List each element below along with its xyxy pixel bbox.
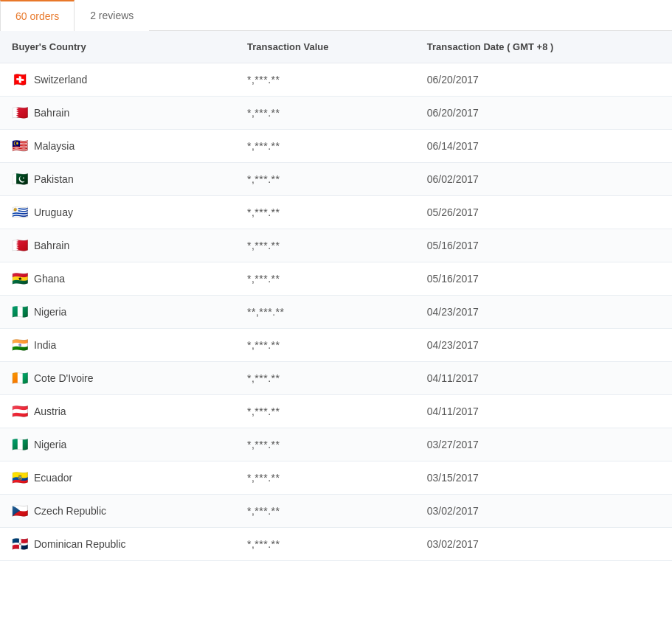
table-row: 🇮🇳 India *,***.**04/23/2017	[0, 329, 672, 362]
col-header-value: Transaction Value	[235, 31, 415, 63]
country-name: Switzerland	[34, 74, 87, 86]
country-cell: 🇵🇰 Pakistan	[0, 163, 235, 196]
transaction-value: *,***.**	[235, 362, 415, 395]
country-flag: 🇪🇨	[12, 471, 28, 484]
table-row: 🇵🇰 Pakistan *,***.**06/02/2017	[0, 163, 672, 196]
transaction-value: *,***.**	[235, 461, 415, 495]
transaction-date: 04/11/2017	[415, 395, 672, 428]
table-row: 🇧🇭 Bahrain *,***.**06/20/2017	[0, 97, 672, 130]
transaction-value: *,***.**	[235, 395, 415, 428]
table-row: 🇳🇬 Nigeria *,***.**03/27/2017	[0, 428, 672, 461]
transaction-date: 05/16/2017	[415, 262, 672, 296]
table-row: 🇺🇾 Uruguay *,***.**05/26/2017	[0, 196, 672, 229]
transaction-value: *,***.**	[235, 528, 415, 561]
transaction-value: *,***.**	[235, 97, 415, 130]
country-name: Austria	[34, 405, 66, 417]
country-flag: 🇦🇹	[12, 405, 28, 418]
col-header-date: Transaction Date ( GMT +8 )	[415, 31, 672, 63]
transaction-value: *,***.**	[235, 428, 415, 461]
table-row: 🇧🇭 Bahrain *,***.**05/16/2017	[0, 229, 672, 262]
table-row: 🇨🇮 Cote D'Ivoire *,***.**04/11/2017	[0, 362, 672, 395]
transaction-date: 03/27/2017	[415, 428, 672, 461]
transaction-date: 03/15/2017	[415, 461, 672, 495]
country-name: Pakistan	[34, 173, 74, 185]
country-cell: 🇺🇾 Uruguay	[0, 196, 235, 229]
country-cell: 🇮🇳 India	[0, 329, 235, 362]
transaction-date: 06/20/2017	[415, 63, 672, 97]
transaction-date: 03/02/2017	[415, 528, 672, 561]
transaction-value: *,***.**	[235, 262, 415, 296]
country-name: Ghana	[34, 273, 65, 285]
country-cell: 🇳🇬 Nigeria	[0, 296, 235, 329]
transaction-value: *,***.**	[235, 229, 415, 262]
transaction-value: *,***.**	[235, 495, 415, 528]
country-cell: 🇧🇭 Bahrain	[0, 229, 235, 262]
country-name: Dominican Republic	[34, 538, 126, 550]
country-name: Malaysia	[34, 140, 75, 152]
orders-table: Buyer's Country Transaction Value Transa…	[0, 31, 672, 561]
country-name: Bahrain	[34, 107, 69, 119]
transaction-date: 06/14/2017	[415, 130, 672, 163]
table-row: 🇬🇭 Ghana *,***.**05/16/2017	[0, 262, 672, 296]
table-container: Buyer's Country Transaction Value Transa…	[0, 31, 672, 561]
country-name: Bahrain	[34, 240, 69, 251]
country-cell: 🇨🇮 Cote D'Ivoire	[0, 362, 235, 395]
transaction-date: 05/16/2017	[415, 229, 672, 262]
country-cell: 🇲🇾 Malaysia	[0, 130, 235, 163]
transaction-date: 04/23/2017	[415, 296, 672, 329]
table-row: 🇳🇬 Nigeria **,***.**04/23/2017	[0, 296, 672, 329]
country-flag: 🇺🇾	[12, 206, 28, 219]
country-cell: 🇬🇭 Ghana	[0, 262, 235, 296]
table-row: 🇪🇨 Ecuador *,***.**03/15/2017	[0, 461, 672, 495]
transaction-date: 05/26/2017	[415, 196, 672, 229]
country-flag: 🇳🇬	[12, 438, 28, 451]
table-row: 🇨🇭 Switzerland *,***.**06/20/2017	[0, 63, 672, 97]
transaction-value: *,***.**	[235, 329, 415, 362]
country-flag: 🇨🇭	[12, 73, 28, 86]
table-header-row: Buyer's Country Transaction Value Transa…	[0, 31, 672, 63]
transaction-value: **,***.**	[235, 296, 415, 329]
transaction-value: *,***.**	[235, 163, 415, 196]
table-row: 🇦🇹 Austria *,***.**04/11/2017	[0, 395, 672, 428]
country-flag: 🇬🇭	[12, 272, 28, 285]
table-row: 🇲🇾 Malaysia *,***.**06/14/2017	[0, 130, 672, 163]
tabs-container: 60 orders 2 reviews	[0, 0, 672, 31]
country-cell: 🇩🇴 Dominican Republic	[0, 528, 235, 561]
country-flag: 🇮🇳	[12, 338, 28, 352]
transaction-date: 04/23/2017	[415, 329, 672, 362]
country-cell: 🇦🇹 Austria	[0, 395, 235, 428]
country-cell: 🇨🇿 Czech Republic	[0, 495, 235, 528]
country-name: Czech Republic	[34, 505, 106, 517]
transaction-date: 03/02/2017	[415, 495, 672, 528]
transaction-value: *,***.**	[235, 130, 415, 163]
transaction-date: 04/11/2017	[415, 362, 672, 395]
transaction-date: 06/02/2017	[415, 163, 672, 196]
table-row: 🇩🇴 Dominican Republic *,***.**03/02/2017	[0, 528, 672, 561]
tab-reviews[interactable]: 2 reviews	[75, 0, 149, 31]
table-row: 🇨🇿 Czech Republic *,***.**03/02/2017	[0, 495, 672, 528]
country-name: Nigeria	[34, 306, 66, 318]
tab-orders[interactable]: 60 orders	[0, 0, 75, 31]
country-flag: 🇲🇾	[12, 139, 28, 153]
country-flag: 🇩🇴	[12, 537, 28, 551]
country-name: Cote D'Ivoire	[34, 372, 93, 384]
country-flag: 🇨🇮	[12, 372, 28, 385]
country-flag: 🇨🇿	[12, 504, 28, 518]
transaction-date: 06/20/2017	[415, 97, 672, 130]
country-flag: 🇳🇬	[12, 305, 28, 318]
country-cell: 🇧🇭 Bahrain	[0, 97, 235, 130]
transaction-value: *,***.**	[235, 63, 415, 97]
country-name: Uruguay	[34, 206, 73, 218]
transaction-value: *,***.**	[235, 196, 415, 229]
country-cell: 🇪🇨 Ecuador	[0, 461, 235, 495]
country-flag: 🇧🇭	[12, 239, 28, 252]
col-header-country: Buyer's Country	[0, 31, 235, 63]
country-name: India	[34, 339, 56, 351]
country-cell: 🇨🇭 Switzerland	[0, 63, 235, 97]
country-cell: 🇳🇬 Nigeria	[0, 428, 235, 461]
country-flag: 🇧🇭	[12, 106, 28, 119]
country-name: Nigeria	[34, 439, 66, 450]
country-name: Ecuador	[34, 472, 72, 484]
country-flag: 🇵🇰	[12, 173, 28, 186]
